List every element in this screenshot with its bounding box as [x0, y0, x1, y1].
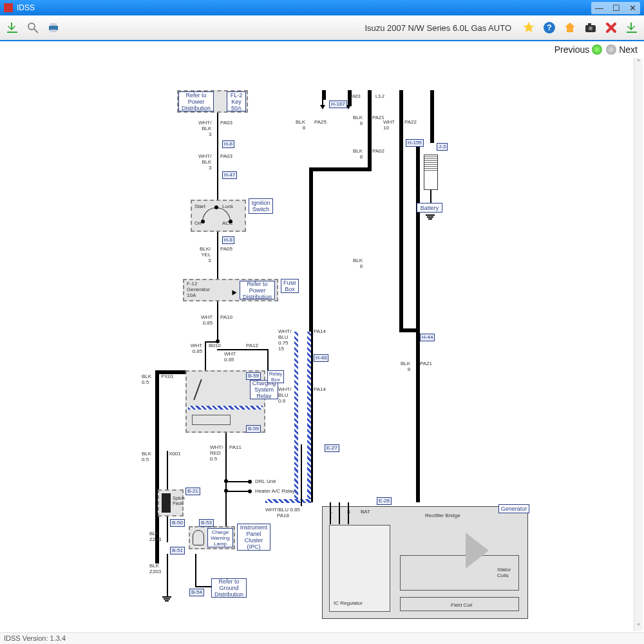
connector-ref: B-59 — [246, 372, 261, 380]
connector-ref: J-3 — [437, 143, 448, 151]
wire-label: WHT/ RED 0.5 — [210, 444, 223, 462]
minimize-button[interactable]: — — [595, 3, 603, 13]
wire-label: PA21 — [420, 361, 432, 366]
fuse-box-label: Fuse Box — [281, 279, 299, 293]
wire-label: BLK 8 — [353, 148, 363, 160]
bus-wire — [416, 143, 420, 502]
svg-point-9 — [589, 26, 592, 30]
shielded-wire — [294, 332, 298, 502]
favorite-icon[interactable] — [522, 21, 536, 35]
svg-rect-4 — [50, 23, 57, 26]
svg-rect-5 — [50, 30, 57, 32]
bus-wire — [368, 90, 372, 167]
connector-ref: H-48 — [314, 354, 328, 362]
relay-divider — [188, 406, 263, 410]
wire-label: WHT/BLU 0.85 — [265, 507, 300, 513]
wire — [430, 90, 431, 113]
wire — [330, 502, 331, 524]
app-icon — [4, 3, 13, 12]
maximize-button[interactable]: ☐ — [612, 3, 620, 13]
connector-ref: H-47 — [222, 171, 237, 179]
close-button[interactable]: ✕ — [629, 3, 636, 13]
wire — [301, 444, 302, 506]
switch-terminal — [201, 220, 205, 223]
wire — [195, 554, 196, 586]
wire — [430, 190, 431, 203]
app-title: IDSS — [17, 3, 35, 12]
wire-label: PA12 — [246, 343, 258, 348]
heater-ac-label: Heater A/C Relay — [255, 488, 295, 494]
connector-ref: B-59 — [246, 425, 261, 433]
wire-label: PA03 — [220, 120, 232, 126]
rectifier-label: Rectifier Bridge — [425, 513, 460, 518]
ic-regulator-block — [329, 525, 390, 612]
connector-ref: B-50 — [170, 519, 185, 527]
generator-label: Generator — [498, 504, 529, 513]
wire-label: BLK 0.5 — [142, 451, 151, 462]
next-label: Next — [619, 44, 638, 55]
version-label: IDSS Version: 1.3.4 — [4, 634, 66, 642]
wire — [225, 481, 248, 482]
bus-wire — [309, 167, 372, 171]
splice-pack-label: Splice Pack — [173, 496, 185, 506]
connector-ref: B-51 — [170, 547, 185, 554]
wire — [348, 502, 349, 524]
switch-terminal — [229, 220, 232, 223]
wire — [217, 301, 218, 341]
refer-ground-dist: Refer to Ground Distribution — [211, 578, 247, 598]
next-button[interactable]: Next — [606, 44, 638, 55]
wire-label: PA25 — [314, 119, 327, 125]
ic-regulator-label: IC Regulator — [334, 600, 363, 606]
toolbar: Isuzu 2007 N/W Series 6.0L Gas AUTO ? — [0, 15, 644, 41]
home-icon[interactable] — [563, 21, 577, 35]
connector-ref: B-21 — [185, 488, 200, 495]
download-icon[interactable] — [5, 21, 19, 35]
search-icon[interactable] — [26, 21, 40, 35]
connector-ref: H-8 — [222, 236, 234, 244]
wire-label: BLK 8 — [353, 258, 363, 269]
svg-point-1 — [28, 23, 35, 30]
fuse-f12-label: F-12 Generator 10A — [187, 281, 210, 298]
wire — [167, 580, 168, 596]
delete-icon[interactable] — [604, 21, 618, 35]
wire-label: BLK Z203 — [149, 563, 161, 574]
bullet-icon — [248, 480, 252, 484]
scroll-up-icon[interactable]: ˄ — [634, 58, 643, 67]
wire-label: PX01 — [161, 374, 174, 379]
svg-line-2 — [34, 29, 38, 33]
field-coil-label: Field Coil — [451, 602, 472, 608]
wiring-diagram: Refer to Power Distribution FL-2 Key 50A… — [0, 58, 644, 631]
wire — [225, 491, 248, 492]
vertical-scrollbar[interactable]: ˄ ˅ — [634, 58, 643, 631]
drl-label: DRL Unit — [255, 478, 276, 484]
wire-label: X001 — [169, 451, 181, 457]
rectifier-icon — [466, 533, 489, 569]
refer-power-dist-mid: Refer to Power Distribution — [240, 281, 275, 299]
ground-icon — [426, 214, 435, 220]
wire-label: PA03 — [220, 153, 232, 159]
vehicle-description: Isuzu 2007 N/W Series 6.0L Gas AUTO — [365, 23, 511, 33]
relay-box-label: Relay Box — [267, 370, 284, 383]
svg-rect-10 — [588, 23, 591, 25]
wire — [167, 451, 168, 489]
wire-label: PA14 — [314, 328, 326, 334]
wire-label: PA05 — [220, 246, 232, 252]
next-dot-icon — [606, 44, 616, 55]
camera-icon[interactable] — [583, 21, 598, 35]
previous-button[interactable]: Previous — [554, 44, 602, 55]
wire-label: PA18 — [277, 513, 289, 518]
wire — [267, 349, 269, 370]
lamp-icon — [193, 530, 204, 545]
shielded-wire — [265, 499, 311, 503]
download-green-icon[interactable] — [625, 21, 639, 35]
wire-label: WHT 0.85 — [191, 343, 202, 354]
help-icon[interactable]: ? — [542, 21, 556, 35]
print-icon[interactable] — [46, 21, 61, 35]
wire — [167, 516, 168, 542]
titlebar: IDSS — ☐ ✕ — [0, 0, 644, 15]
fuse-fl2: FL-2 Key 50A — [227, 91, 246, 111]
wire-label: PA14 — [314, 386, 326, 392]
scroll-down-icon[interactable]: ˅ — [634, 622, 643, 631]
connector-ref: H-155 — [406, 139, 424, 147]
relay-coil-icon — [192, 415, 231, 425]
